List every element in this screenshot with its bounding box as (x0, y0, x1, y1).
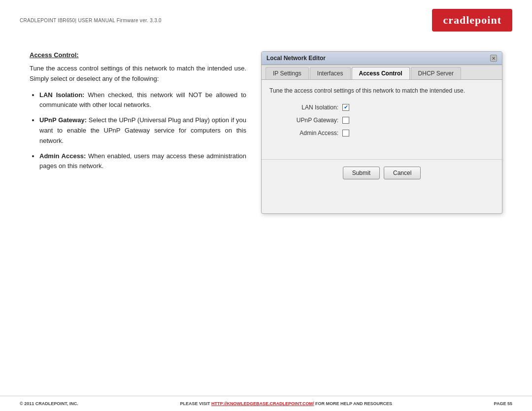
dialog-tabs: IP Settings Interfaces Access Control DH… (262, 65, 502, 80)
footer-center-before: PLEASE VISIT (180, 401, 211, 406)
form-row-upnp-gateway: UPnP Gateway: (284, 117, 494, 124)
footer-page-number: 55 (507, 401, 512, 406)
footer-center-after: FOR MORE HELP AND RESOURCES (314, 401, 392, 406)
lan-isolation-checkbox[interactable]: ✔ (342, 104, 349, 111)
footer-page-label: PAGE (494, 401, 506, 406)
tab-access-control[interactable]: Access Control (352, 67, 410, 79)
form-row-lan-isolation: LAN Isolation: ✔ (284, 104, 494, 111)
logo-text: cradlepoint (443, 14, 501, 26)
logo: cradlepoint (432, 9, 512, 32)
page-header: CRADLEPOINT IBR650| USER MANUAL Firmware… (0, 0, 532, 36)
admin-access-label: Admin Access: (284, 130, 338, 137)
footer-link[interactable]: HTTP://KNOWLEDGEBASE.CRADLEPOINT.COM/ (211, 401, 314, 406)
bullet-list: LAN Isolation: When checked, this networ… (30, 90, 246, 172)
list-item: LAN Isolation: When checked, this networ… (39, 90, 246, 111)
dialog-body: Tune the access control settings of this… (262, 80, 502, 149)
manual-title: CRADLEPOINT IBR650| USER MANUAL Firmware… (20, 18, 162, 23)
tab-ip-settings[interactable]: IP Settings (266, 67, 309, 79)
local-network-editor-dialog: Local Network Editor ✕ IP Settings Inter… (261, 51, 502, 214)
dialog-titlebar: Local Network Editor ✕ (262, 52, 502, 65)
dialog-close-button[interactable]: ✕ (490, 55, 497, 62)
text-section: Access Control: Tune the access control … (30, 51, 246, 214)
submit-button[interactable]: Submit (343, 167, 380, 179)
upnp-gateway-checkbox[interactable] (342, 117, 349, 124)
bullet-bold-3: Admin Access: (39, 152, 86, 160)
bullet-bold-2: UPnP Gateway: (39, 116, 87, 124)
tab-interfaces[interactable]: Interfaces (310, 67, 351, 79)
list-item: UPnP Gateway: Select the UPnP (Universal… (39, 115, 246, 146)
footer-copyright: © 2011 CRADLEPOINT, INC. (20, 401, 78, 406)
cancel-button[interactable]: Cancel (384, 167, 421, 179)
admin-access-checkbox[interactable] (342, 130, 349, 137)
dialog-title: Local Network Editor (266, 55, 326, 62)
list-item: Admin Access: When enabled, users may ac… (39, 151, 246, 172)
form-row-admin-access: Admin Access: (284, 130, 494, 137)
intro-paragraph: Tune the access control settings of this… (30, 64, 246, 84)
page-footer: © 2011 CRADLEPOINT, INC. PLEASE VISIT HT… (0, 396, 532, 411)
dialog-description: Tune the access control settings of this… (269, 87, 494, 95)
main-content: Access Control: Tune the access control … (0, 36, 532, 224)
bullet-bold-1: LAN Isolation: (39, 91, 84, 99)
dialog-footer: Submit Cancel (262, 159, 502, 187)
footer-center: PLEASE VISIT HTTP://KNOWLEDGEBASE.CRADLE… (180, 401, 392, 406)
section-heading: Access Control: (30, 51, 246, 59)
lan-isolation-label: LAN Isolation: (284, 104, 338, 111)
footer-page: PAGE 55 (494, 401, 512, 406)
tab-dhcp-server[interactable]: DHCP Server (411, 67, 461, 79)
upnp-gateway-label: UPnP Gateway: (284, 117, 338, 124)
